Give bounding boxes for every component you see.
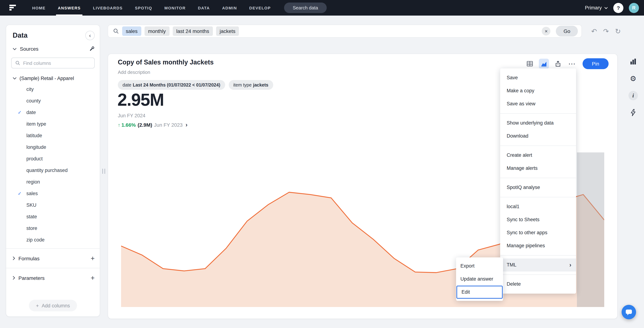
add-parameter-button[interactable]: + [91,274,95,281]
chart-view-button[interactable] [539,59,549,69]
query-token-monthly[interactable]: monthly [144,27,169,36]
column-item-product[interactable]: product [6,153,100,164]
column-item-quantity-purchased[interactable]: quantity purchased [6,164,100,176]
wrench-icon[interactable] [89,46,95,52]
query-search-bar[interactable]: sales monthly last 24 months jackets × G… [108,25,582,38]
answer-description-placeholder[interactable]: Add description [118,70,150,75]
nav-item-liveboards[interactable]: LIVEBOARDS [87,0,129,16]
nav-item-home[interactable]: HOME [26,0,52,16]
nav-item-admin[interactable]: ADMIN [216,0,243,16]
parameters-label[interactable]: Parameters [18,275,88,281]
parameters-section: Parameters + [6,271,100,284]
menu-item-sync-to-sheets[interactable]: Sync to Sheets [500,213,576,226]
menu-item-download[interactable]: Download [500,130,576,143]
filter-label: date [122,82,131,87]
kpi-prev-value: (2.9M) [138,122,152,128]
column-item-state[interactable]: state [6,211,100,222]
share-button[interactable] [553,59,563,69]
menu-item-make-a-copy[interactable]: Make a copy [500,84,576,97]
add-formula-button[interactable]: + [91,255,95,262]
undo-icon[interactable]: ↶ [591,27,597,35]
filter-chips: date Last 24 Months (01/07/2022 < 01/07/… [118,80,273,90]
query-token-jackets[interactable]: jackets [216,27,239,36]
more-actions-button[interactable]: ⋯ [567,59,577,69]
pin-button[interactable]: Pin [582,58,608,69]
menu-item-sync-to-other-apps[interactable]: Sync to other apps [500,226,576,239]
column-label: zip code [26,237,45,242]
query-token-last-24-months[interactable]: last 24 months [172,27,213,36]
find-columns-box[interactable] [11,58,95,68]
collapse-panel-button[interactable]: ‹ [85,31,95,40]
nav-item-answers[interactable]: ANSWERS [52,0,87,16]
thoughtspot-logo[interactable] [9,4,16,12]
submenu-item-export[interactable]: Export [456,260,503,273]
settings-button[interactable]: ⚙ [628,74,638,84]
nav-item-spotiq[interactable]: SPOTIQ [129,0,158,16]
menu-item-spotiq-analyse[interactable]: SpotIQ analyse [500,181,576,194]
menu-item-save[interactable]: Save [500,71,576,84]
filter-chip-item-type[interactable]: item type jackets [228,80,273,90]
menu-item-delete[interactable]: Delete [500,278,576,291]
column-item-city[interactable]: city [6,83,100,95]
column-item-store[interactable]: store [6,222,100,234]
nav-search-button[interactable]: Search data [284,3,327,13]
redo-icon[interactable]: ↷ [603,27,609,35]
nav-item-monitor[interactable]: MONITOR [158,0,192,16]
submenu-item-update-answer[interactable]: Update answer [456,273,503,286]
column-item-item-type[interactable]: item type [6,118,100,130]
menu-item-manage-pipelines[interactable]: Manage pipelines [500,239,576,252]
menu-divider [500,274,576,275]
filter-chip-date[interactable]: date Last 24 Months (01/07/2022 < 01/07/… [118,80,225,90]
sources-row[interactable]: Sources [6,43,100,55]
menu-item-create-alert[interactable]: Create alert [500,149,576,162]
submenu-item-edit[interactable]: Edit [456,286,503,299]
menu-divider [500,113,576,114]
add-columns-button[interactable]: + Add columns [29,300,77,311]
source-group-row[interactable]: (Sample) Retail - Apparel [6,72,100,83]
column-item-date[interactable]: ✓date [6,106,100,118]
spotiq-insights-button[interactable] [628,107,638,118]
nav-item-data[interactable]: DATA [192,0,216,16]
query-token-sales[interactable]: sales [122,27,141,36]
column-item-region[interactable]: region [6,176,100,188]
answer-title[interactable]: Copy of Sales monthly Jackets [118,59,214,66]
column-item-sales[interactable]: ✓sales [6,188,100,199]
filter-value: Last 24 Months (01/07/2022 < 01/07/2024) [133,82,220,87]
user-avatar[interactable]: R [629,3,639,13]
panel-resize-handle[interactable] [102,169,105,174]
refresh-icon[interactable]: ↻ [615,27,621,35]
find-columns-input[interactable] [23,60,84,66]
column-item-zip-code[interactable]: zip code [6,234,100,245]
formulas-label[interactable]: Formulas [18,255,88,261]
column-label: quantity purchased [26,168,68,173]
menu-item-manage-alerts[interactable]: Manage alerts [500,162,576,175]
go-button[interactable]: Go [556,26,578,37]
app-root: HOME ANSWERS LIVEBOARDS SPOTIQ MONITOR D… [0,0,644,328]
column-item-longitude[interactable]: longitude [6,141,100,153]
chevron-down-icon [13,48,16,50]
divider [6,268,100,268]
menu-item-show-underlying-data[interactable]: Show underlying data [500,117,576,130]
column-item-county[interactable]: county [6,95,100,106]
menu-item-local1[interactable]: local1 [500,200,576,213]
source-group-label: (Sample) Retail - Apparel [20,76,74,81]
table-view-button[interactable] [525,59,535,69]
chart-config-button[interactable] [628,57,638,67]
help-button[interactable]: ? [613,3,624,13]
ellipsis-icon: ⋯ [568,59,576,68]
clear-search-button[interactable]: × [542,27,550,36]
column-label: region [26,179,40,185]
sources-label: Sources [20,46,86,52]
menu-item-save-as-view[interactable]: Save as view [500,97,576,110]
kpi-change-row[interactable]: ↑ 1.66% (2.9M) Jun FY 2023 › [118,121,188,128]
org-label: Primary [585,5,602,11]
chat-launcher-button[interactable] [622,305,636,319]
column-item-latitude[interactable]: latitude [6,130,100,141]
chat-bubble-icon [625,309,632,315]
menu-divider [500,197,576,197]
menu-item-tml[interactable]: TML › [500,258,576,271]
org-switcher[interactable]: Primary [585,5,608,11]
column-item-sku[interactable]: SKU [6,199,100,211]
nav-item-develop[interactable]: DEVELOP [243,0,277,16]
details-button[interactable]: i [628,90,638,101]
